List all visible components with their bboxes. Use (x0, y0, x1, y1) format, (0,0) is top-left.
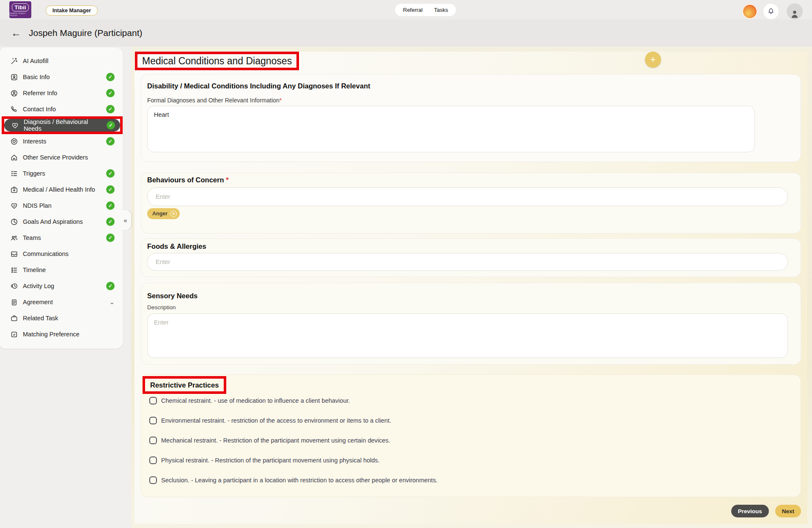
tibii-logo-text: Tibii (12, 3, 29, 11)
sidebar-item-label: Triggers (23, 170, 45, 177)
environmental-restraint-checkbox[interactable] (149, 417, 157, 424)
sidebar-item-label: NDIS Plan (23, 202, 52, 209)
sidebar-item-related-task[interactable]: Related Task (3, 311, 120, 325)
sidebar-item-label: Referrer Info (23, 90, 57, 96)
sidebar-item-interests[interactable]: Interests ✓ (3, 135, 120, 148)
sidebar-item-label: Diagnosis / Behavioural Needs (24, 118, 107, 132)
sidebar-item-goals-and-aspirations[interactable]: Goals And Aspirations ✓ (3, 215, 120, 228)
card-heading: Restrictive Practices (150, 381, 219, 389)
add-diagnosis-button[interactable]: + (645, 52, 661, 68)
required-asterisk: * (280, 97, 282, 104)
sidebar-item-label: Basic Info (23, 74, 50, 80)
completed-check-icon: ✓ (106, 282, 115, 290)
magic-wand-icon (10, 57, 18, 65)
tab-referral[interactable]: Referral (403, 7, 422, 13)
sidebar-item-label: Communications (23, 250, 69, 257)
physical-restraint-checkbox[interactable] (149, 456, 157, 464)
tab-tasks[interactable]: Tasks (434, 7, 448, 13)
foods-allergies-card: Foods & Allergies (141, 238, 801, 277)
sidebar-item-other-service-providers[interactable]: Other Service Providers (3, 151, 120, 164)
formal-diagnoses-textarea[interactable]: Heart (147, 106, 755, 152)
foods-allergies-input[interactable] (147, 253, 788, 271)
completed-check-icon: ✓ (107, 121, 115, 129)
org-avatar[interactable] (742, 4, 757, 19)
completed-check-icon: ✓ (106, 137, 115, 146)
sidebar-item-medical-allied-health-info[interactable]: Medical / Allied Health Info ✓ (3, 183, 120, 196)
sidebar-item-basic-info[interactable]: Basic Info ✓ (3, 70, 120, 84)
annotation-highlight-sidebar: Diagnosis / Behavioural Needs ✓ (2, 116, 123, 134)
target-icon (10, 218, 18, 226)
medical-bag-icon (10, 186, 18, 194)
sidebar-item-label: Goals And Aspirations (23, 218, 83, 225)
sidebar-item-ndis-plan[interactable]: NDIS Plan ✓ (3, 199, 120, 212)
restrictive-practices-card: Restrictive Practices Chemical restraint… (141, 374, 801, 497)
card-heading: Sensory Needs (147, 292, 788, 300)
tibii-logo[interactable]: Tibii Disability Support Services (9, 1, 31, 18)
behaviours-of-concern-card: Behaviours of Concern * Anger ✕ (141, 173, 801, 234)
sidebar-item-ai-autofill[interactable]: AI Autofill (3, 54, 120, 68)
card-heading: Behaviours of Concern * (147, 176, 788, 184)
disability-medical-conditions-card: Disability / Medical Conditions Includin… (141, 74, 801, 162)
card-heading: Foods & Allergies (147, 242, 788, 250)
sidebar-item-communications[interactable]: Communications (3, 247, 120, 261)
heart-plus-icon (11, 121, 19, 129)
sidebar-collapse-button[interactable]: « (120, 210, 131, 230)
sidebar-item-diagnosis-behavioural-needs[interactable]: Diagnosis / Behavioural Needs ✓ (4, 119, 120, 132)
heart-check-icon (10, 202, 18, 210)
sensory-needs-textarea[interactable] (147, 314, 788, 358)
completed-check-icon: ✓ (106, 169, 115, 178)
mechanical-restraint-checkbox[interactable] (149, 437, 157, 444)
sidebar-item-label: Contact Info (23, 106, 56, 113)
restrictive-option-seclusion[interactable]: Seclusion. - Leaving a participant in a … (149, 476, 788, 484)
checklist-icon (10, 170, 18, 178)
previous-button[interactable]: Previous (731, 505, 769, 517)
page-title: Medical Conditions and Diagnoses (142, 55, 292, 66)
card-heading: Disability / Medical Conditions Includin… (147, 82, 788, 90)
sidebar-item-triggers[interactable]: Triggers ✓ (3, 167, 120, 180)
sensory-needs-card: Sensory Needs Description (141, 283, 801, 365)
sidebar-item-referrer-info[interactable]: Referrer Info ✓ (3, 86, 120, 100)
completed-check-icon: ✓ (106, 234, 115, 242)
annotation-highlight-restrictive: Restrictive Practices (143, 376, 226, 394)
intake-manager-button[interactable]: Intake Manager (46, 6, 98, 16)
sidebar-item-label: Timeline (23, 267, 46, 273)
sidebar-item-label: Teams (23, 234, 41, 241)
user-profile-button[interactable] (787, 3, 803, 19)
completed-check-icon: ✓ (106, 217, 115, 226)
restrictive-option-physical[interactable]: Physical restraint. - Restriction of the… (149, 456, 788, 465)
calendar-check-icon (10, 330, 18, 338)
sidebar-item-label: Agreement (23, 299, 53, 305)
sidebar-item-agreement[interactable]: Agreement ⌄ (3, 295, 120, 309)
form-footer: Previous Next (141, 505, 801, 517)
remove-chip-icon[interactable]: ✕ (170, 211, 177, 217)
seclusion-checkbox[interactable] (149, 476, 157, 484)
chip-label: Anger (152, 211, 167, 217)
house-icon (10, 154, 18, 162)
sidebar-item-teams[interactable]: Teams ✓ (3, 231, 120, 245)
formal-diagnoses-label: Formal Diagnoses and Other Relevant Info… (147, 97, 788, 104)
restrictive-option-mechanical[interactable]: Mechanical restraint. - Restriction of t… (149, 436, 788, 445)
sidebar-item-timeline[interactable]: Timeline (3, 263, 120, 277)
sidebar-item-contact-info[interactable]: Contact Info ✓ (3, 102, 120, 116)
restrictive-option-chemical[interactable]: Chemical restraint. - use of medication … (149, 396, 788, 405)
completed-check-icon: ✓ (106, 201, 115, 210)
chevron-down-icon[interactable]: ⌄ (109, 300, 115, 304)
sidebar-item-activity-log[interactable]: Activity Log ✓ (3, 279, 120, 293)
behaviours-of-concern-input[interactable] (147, 187, 788, 206)
restrictive-option-environmental[interactable]: Environmental restraint. - restriction o… (149, 416, 788, 425)
back-arrow-icon[interactable]: ← (11, 28, 21, 38)
page-title-row: Medical Conditions and Diagnoses (141, 52, 801, 70)
sidebar-item-label: Interests (23, 138, 47, 145)
notifications-button[interactable] (763, 4, 779, 19)
sidebar-item-label: Activity Log (23, 283, 54, 289)
sidebar-item-label: Matching Preference (23, 331, 80, 338)
person-card-icon (10, 73, 18, 81)
sidebar-item-label: Medical / Allied Health Info (23, 186, 95, 193)
next-button[interactable]: Next (775, 505, 801, 517)
completed-check-icon: ✓ (106, 185, 115, 194)
completed-check-icon: ✓ (106, 73, 115, 81)
sidebar-item-matching-preference[interactable]: Matching Preference (3, 327, 120, 341)
heart-circle-icon (10, 138, 18, 146)
chemical-restraint-checkbox[interactable] (149, 397, 157, 404)
sidebar-item-label: Related Task (23, 315, 58, 322)
